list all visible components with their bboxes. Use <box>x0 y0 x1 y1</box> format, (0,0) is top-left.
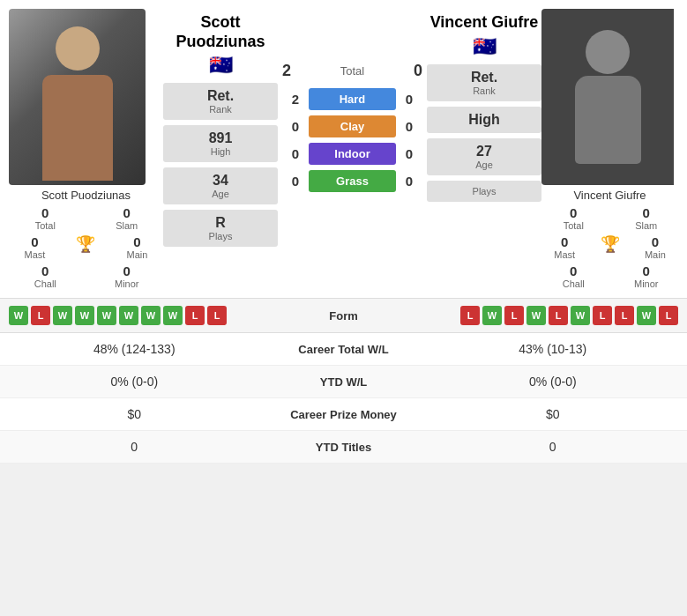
stats-row-right-value: $0 <box>432 407 675 421</box>
left-slam-stat: 0 Slam <box>91 205 164 231</box>
right-age-label: Age <box>427 160 541 170</box>
stats-row-left-value: $0 <box>13 407 256 421</box>
left-mast-label: Mast <box>25 249 46 260</box>
center-match-col: 2 Total 0 2 Hard 0 0 Clay 0 0 Indoor 0 0 <box>278 9 427 289</box>
form-badge-right: L <box>659 306 678 325</box>
form-badge-left: W <box>53 306 72 325</box>
hard-badge: Hard <box>309 88 396 110</box>
left-form-badges: WLWWWWWWLL <box>9 306 227 325</box>
left-minor-value: 0 <box>123 263 131 278</box>
left-chall-stat: 0 Chall <box>9 263 82 289</box>
left-player-name: Scott Puodziunas <box>9 189 163 202</box>
right-total-label: Total <box>564 220 584 231</box>
right-total-score: 0 <box>414 62 422 80</box>
stats-row: $0Career Prize Money$0 <box>0 398 687 431</box>
form-badge-right: W <box>571 306 590 325</box>
right-slam-stat: 0 Slam <box>615 205 679 231</box>
stats-row-center-label: Career Total W/L <box>256 343 432 356</box>
stats-row-center-label: YTD Titles <box>256 441 432 454</box>
left-total-score: 2 <box>282 62 291 80</box>
left-total-stat: 0 Total <box>9 205 82 231</box>
stats-row: 0% (0-0)YTD W/L0% (0-0) <box>0 366 687 398</box>
form-badge-left: L <box>207 306 227 325</box>
stats-row-right-value: 0% (0-0) <box>432 375 675 389</box>
right-flag: 🇦🇺 <box>473 35 497 58</box>
stats-row-left-value: 48% (124-133) <box>13 342 256 356</box>
right-chall-label: Chall <box>563 278 585 289</box>
right-rank-label: Rank <box>427 85 541 96</box>
form-badge-right: W <box>637 306 656 325</box>
clay-right-score: 0 <box>396 119 422 134</box>
left-mast-stat: 0 Mast <box>25 234 46 260</box>
left-chall-stats: 0 Chall 0 Minor <box>9 263 163 289</box>
stats-row-right-value: 0 <box>432 440 675 454</box>
form-badge-left: L <box>31 306 50 325</box>
right-minor-stat: 0 Minor <box>615 263 679 289</box>
right-plays-label: Plays <box>427 186 541 197</box>
right-mast-stat: 0 Mast <box>554 234 575 260</box>
clay-left-score: 0 <box>282 119 309 134</box>
form-label: Form <box>230 309 457 323</box>
left-rank-label: Rank <box>163 104 278 115</box>
left-total-value: 0 <box>41 205 49 220</box>
right-form-badges: LWLWLWLLWL <box>460 306 678 325</box>
form-badge-left: L <box>185 306 205 325</box>
right-main-stat: 0 Main <box>645 234 666 260</box>
stats-row-right-value: 43% (10-13) <box>432 342 675 356</box>
right-chall-stats: 0 Chall 0 Minor <box>541 263 678 289</box>
right-chall-stat: 0 Chall <box>541 263 606 289</box>
left-minor-stat: 0 Minor <box>91 263 164 289</box>
hard-left-score: 2 <box>282 92 309 107</box>
right-trophy-icon: 🏆 <box>601 234 620 260</box>
indoor-right-score: 0 <box>396 146 422 161</box>
form-badge-right: W <box>526 306 546 325</box>
left-chall-value: 0 <box>41 263 49 278</box>
form-badge-left: W <box>75 306 94 325</box>
left-center-stats-col: Scott Puodziunas 🇦🇺 Ret. Rank 891 High 3… <box>163 9 278 289</box>
form-badge-right: L <box>549 306 568 325</box>
right-high-box: High <box>427 107 541 133</box>
silhouette-head <box>586 30 630 74</box>
grass-right-score: 0 <box>396 174 422 189</box>
left-rank-box: Ret. Rank <box>163 83 278 120</box>
form-badge-right: L <box>460 306 480 325</box>
right-player-photo-col: Vincent Giufre 0 Total 0 Slam 0 Mast 🏆 <box>541 9 678 289</box>
stats-row: 0YTD Titles0 <box>0 431 687 464</box>
surface-indoor-row: 0 Indoor 0 <box>282 143 422 165</box>
hard-right-score: 0 <box>396 92 422 107</box>
left-chall-label: Chall <box>34 278 56 289</box>
main-container: Scott Puodziunas 0 Total 0 Slam 0 Mast <box>0 0 687 464</box>
form-badge-left: W <box>163 306 183 325</box>
stats-row-center-label: YTD W/L <box>256 375 432 389</box>
left-main-value: 0 <box>133 234 140 249</box>
right-mast-label: Mast <box>554 249 575 260</box>
right-slam-value: 0 <box>643 205 650 220</box>
stats-row-center-label: Career Prize Money <box>256 408 432 421</box>
left-age-box: 34 Age <box>163 167 278 204</box>
right-age-value: 27 <box>427 144 541 160</box>
form-badge-right: L <box>504 306 524 325</box>
right-stat-row-3: 0 Mast 🏆 0 Main <box>541 234 678 260</box>
top-section: Scott Puodziunas 0 Total 0 Slam 0 Mast <box>0 0 687 298</box>
clay-badge: Clay <box>309 115 396 137</box>
trophy-left: 🏆 <box>76 234 95 254</box>
right-rank-value: Ret. <box>427 70 541 85</box>
left-high-value: 891 <box>163 130 278 146</box>
right-slam-label: Slam <box>635 220 657 231</box>
match-header: 2 Total 0 <box>282 62 422 80</box>
right-player-name: Vincent Giufre <box>541 189 678 202</box>
grass-left-score: 0 <box>282 174 309 189</box>
grass-badge: Grass <box>309 170 396 192</box>
right-minor-value: 0 <box>643 263 650 278</box>
right-photo-image <box>541 9 674 185</box>
left-plays-value: R <box>163 215 278 231</box>
left-plays-label: Plays <box>163 231 278 241</box>
left-photo-image <box>9 9 146 185</box>
right-bottom-stats: 0 Total 0 Slam <box>541 205 678 231</box>
left-minor-label: Minor <box>115 278 139 289</box>
right-high-label-display: High <box>427 112 541 128</box>
left-player-photo-col: Scott Puodziunas 0 Total 0 Slam 0 Mast <box>9 9 163 289</box>
right-center-stats-col: Vincent Giufre 🇦🇺 Ret. Rank High 27 Age … <box>427 9 541 289</box>
left-main-stat: 0 Main <box>127 234 148 260</box>
left-slam-label: Slam <box>116 220 138 231</box>
